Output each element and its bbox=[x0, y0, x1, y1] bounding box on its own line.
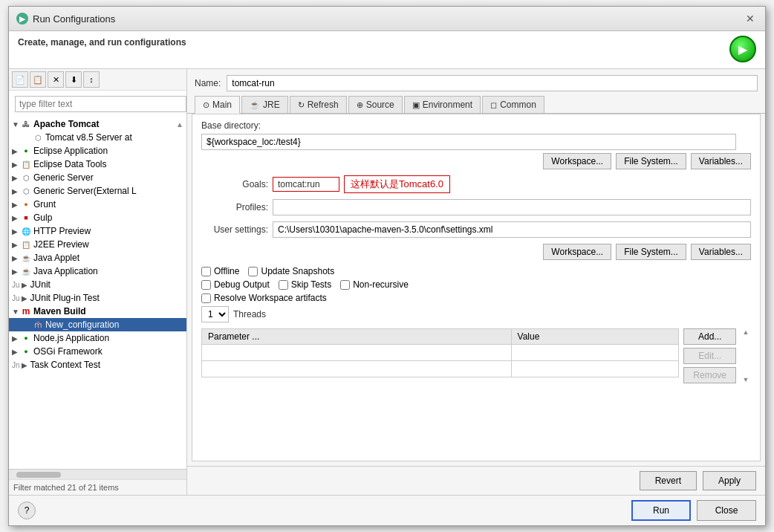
tree-item-task-context[interactable]: Jn ▶ Task Context Test bbox=[9, 358, 186, 372]
title-bar: ▶ Run Configurations ✕ bbox=[9, 7, 765, 31]
help-button[interactable]: ? bbox=[18, 502, 36, 519]
table-vscroll[interactable]: ▲ ▼ bbox=[741, 328, 751, 383]
user-settings-input[interactable] bbox=[273, 221, 751, 238]
collapse-btn[interactable]: ↕ bbox=[83, 71, 100, 88]
revert-button[interactable]: Revert bbox=[640, 471, 697, 490]
filter-input[interactable] bbox=[15, 96, 186, 112]
non-recursive-checkbox[interactable]: Non-recursive bbox=[340, 279, 409, 290]
tree-item-generic-server-ext[interactable]: ▶ ⬡ Generic Server(External L bbox=[9, 184, 186, 198]
tab-main[interactable]: ⊙ Main bbox=[195, 96, 240, 114]
tree-item-tomcat-v85[interactable]: ⬡ Tomcat v8.5 Server at bbox=[9, 131, 186, 144]
debug-output-checkbox[interactable]: Debug Output bbox=[201, 279, 270, 290]
data-tools-icon: 📋 bbox=[21, 159, 31, 169]
tree-item-label: J2EE Preview bbox=[33, 239, 89, 250]
edit-param-btn[interactable]: Edit... bbox=[683, 348, 736, 364]
param-cell bbox=[202, 345, 512, 361]
threads-select[interactable]: 1 2 4 8 bbox=[201, 306, 229, 322]
non-recursive-cb-input[interactable] bbox=[340, 280, 350, 290]
param-col-header: Parameter ... bbox=[202, 329, 512, 345]
base-dir-input[interactable] bbox=[201, 134, 736, 150]
scroll-up-arrow[interactable]: ▲ bbox=[741, 328, 751, 336]
filesystem-btn-2[interactable]: File System... bbox=[616, 244, 686, 260]
name-input[interactable] bbox=[227, 75, 758, 91]
tree-item-label: JUnit Plug-in Test bbox=[30, 293, 100, 303]
tab-label: Common bbox=[500, 100, 536, 110]
dialog-icon: ▶ bbox=[16, 13, 28, 25]
tree-item-grunt[interactable]: ▶ Grunt bbox=[9, 198, 186, 211]
expand-arrow: ▼ bbox=[12, 308, 21, 316]
tree-item-j2ee-preview[interactable]: ▶ 📋 J2EE Preview bbox=[9, 238, 186, 251]
tree-item-label: JUnit bbox=[30, 279, 51, 290]
name-label: Name: bbox=[195, 78, 221, 88]
tree-item-eclipse-data-tools[interactable]: ▶ 📋 Eclipse Data Tools bbox=[9, 158, 186, 171]
run-configurations-dialog: ▶ Run Configurations ✕ Create, manage, a… bbox=[8, 6, 766, 526]
tree-item-nodejs[interactable]: ▶ Node.js Application bbox=[9, 331, 186, 345]
run-button[interactable]: Run bbox=[631, 500, 691, 521]
tab-common[interactable]: ◻ Common bbox=[482, 96, 544, 113]
left-panel: 📄 📋 ✕ ⬇ ↕ ▼ 🖧 Apache Tomcat ▲ bbox=[9, 69, 187, 495]
tree-item-java-application[interactable]: ▶ ☕ Java Application bbox=[9, 265, 186, 278]
expand-arrow: ▶ bbox=[12, 267, 21, 276]
offline-checkbox[interactable]: Offline bbox=[201, 266, 239, 276]
tabs-row: ⊙ Main ☕ JRE ↻ Refresh ⊕ Source ▣ Envi bbox=[187, 96, 765, 114]
tree-item-eclipse-application[interactable]: ▶ Eclipse Application bbox=[9, 144, 186, 158]
tree-item-junit[interactable]: Ju ▶ JUnit bbox=[9, 278, 186, 291]
tree-item-maven-build[interactable]: ▼ m Maven Build bbox=[9, 305, 186, 318]
resolve-workspace-checkbox[interactable]: Resolve Workspace artifacts bbox=[201, 293, 327, 303]
params-area: Parameter ... Value bbox=[201, 328, 751, 383]
update-snapshots-cb-input[interactable] bbox=[248, 267, 258, 276]
form-area: Base directory: Workspace... File System… bbox=[192, 114, 761, 461]
tab-refresh[interactable]: ↻ Refresh bbox=[290, 96, 347, 113]
base-dir-section: Base directory: bbox=[201, 120, 751, 150]
resolve-workspace-cb-input[interactable] bbox=[201, 293, 211, 303]
param-row-empty bbox=[202, 345, 679, 361]
tree-item-java-applet[interactable]: ▶ ☕ Java Applet bbox=[9, 251, 186, 265]
workspace-btn-2[interactable]: Workspace... bbox=[543, 244, 611, 260]
debug-output-cb-input[interactable] bbox=[201, 280, 211, 290]
source-tab-icon: ⊕ bbox=[357, 100, 363, 110]
goals-input[interactable] bbox=[273, 177, 339, 192]
value-cell bbox=[511, 361, 679, 377]
skip-tests-cb-input[interactable] bbox=[279, 280, 288, 290]
variables-btn-1[interactable]: Variables... bbox=[691, 153, 751, 169]
duplicate-btn[interactable]: 📋 bbox=[30, 71, 46, 88]
delete-btn[interactable]: ✕ bbox=[48, 71, 64, 88]
add-param-btn[interactable]: Add... bbox=[683, 328, 736, 345]
tree-item-http-preview[interactable]: ▶ 🌐 HTTP Preview bbox=[9, 224, 186, 238]
offline-cb-input[interactable] bbox=[201, 267, 211, 276]
tree-item-apache-tomcat[interactable]: ▼ 🖧 Apache Tomcat ▲ bbox=[9, 117, 186, 131]
new-config-btn[interactable]: 📄 bbox=[12, 71, 28, 88]
profiles-input[interactable] bbox=[273, 199, 751, 215]
tree-item-gulp[interactable]: ▶ Gulp bbox=[9, 211, 186, 224]
tab-environment[interactable]: ▣ Environment bbox=[404, 96, 481, 113]
name-row: Name: bbox=[187, 69, 765, 96]
variables-btn-2[interactable]: Variables... bbox=[691, 244, 751, 260]
update-snapshots-checkbox[interactable]: Update Snapshots bbox=[248, 266, 334, 276]
tomcat-server-icon: ⬡ bbox=[33, 132, 43, 143]
skip-tests-checkbox[interactable]: Skip Tests bbox=[279, 279, 331, 290]
tree-hscroll[interactable] bbox=[9, 469, 186, 479]
close-button[interactable]: ✕ bbox=[743, 11, 758, 26]
tree-item-label: HTTP Preview bbox=[33, 226, 91, 236]
expand-arrow: ▼ bbox=[12, 120, 21, 129]
close-dialog-button[interactable]: Close bbox=[697, 500, 756, 521]
tab-jre[interactable]: ☕ JRE bbox=[241, 96, 288, 113]
remove-param-btn[interactable]: Remove bbox=[683, 367, 736, 383]
tree-item-new-configuration[interactable]: m̈ New_configuration bbox=[9, 318, 186, 331]
value-cell bbox=[511, 345, 679, 361]
j2ee-icon: 📋 bbox=[21, 239, 31, 250]
run-icon-button[interactable]: ▶ bbox=[729, 36, 756, 62]
expand-arrow: ▶ bbox=[12, 334, 21, 343]
tab-source[interactable]: ⊕ Source bbox=[348, 96, 403, 113]
tree-item-generic-server[interactable]: ▶ ⬡ Generic Server bbox=[9, 171, 186, 184]
expand-arrow: ▶ bbox=[12, 160, 21, 169]
filesystem-btn-1[interactable]: File System... bbox=[616, 153, 686, 169]
params-table: Parameter ... Value bbox=[201, 328, 679, 377]
tree-item-junit-plugin[interactable]: Ju ▶ JUnit Plug-in Test bbox=[9, 291, 186, 305]
apply-button[interactable]: Apply bbox=[703, 471, 756, 490]
filter-btn[interactable]: ⬇ bbox=[65, 71, 82, 88]
resolve-workspace-label: Resolve Workspace artifacts bbox=[214, 293, 327, 303]
workspace-btn-1[interactable]: Workspace... bbox=[543, 153, 611, 169]
scroll-down-arrow[interactable]: ▼ bbox=[741, 376, 751, 383]
tree-item-osgi[interactable]: ▶ OSGi Framework bbox=[9, 345, 186, 358]
